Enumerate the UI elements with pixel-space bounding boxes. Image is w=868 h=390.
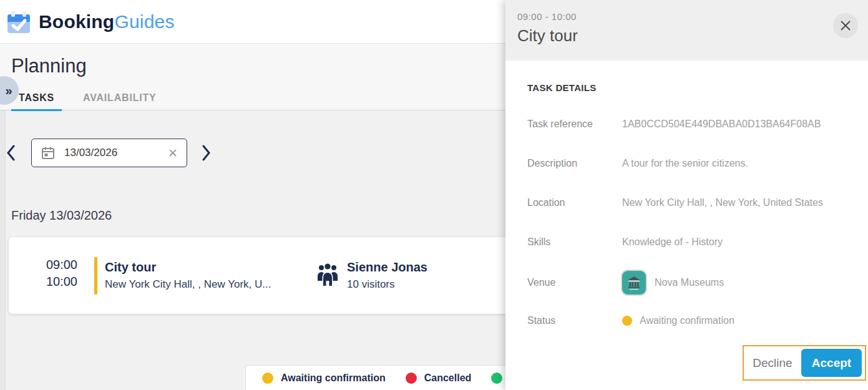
task-time-range: 09:00 10:00	[45, 256, 77, 290]
close-panel-button[interactable]	[833, 13, 858, 38]
legend-label: Cancelled	[424, 373, 472, 384]
close-icon	[839, 19, 852, 32]
calendar-icon	[41, 145, 56, 160]
venue-name: Nova Museums	[655, 277, 724, 288]
selected-date: 13/03/2026	[64, 147, 159, 159]
date-picker-input[interactable]: 13/03/2026 ✕	[31, 139, 187, 167]
assigned-guide-name: Sienne Jonas	[347, 260, 427, 275]
tab-bar: TASKS AVAILABILITY	[11, 92, 164, 110]
chevron-left-icon	[6, 144, 16, 162]
detail-row-status: Status Awaiting confirmation	[527, 315, 856, 326]
skills-value: Knowledge of - History	[622, 236, 723, 248]
next-day-button[interactable]	[196, 139, 217, 167]
detail-row-skills: Skills Knowledge of - History	[527, 236, 856, 248]
status-chip: Awaiting confirmation	[622, 315, 734, 326]
brand-name: BookingGuides	[39, 11, 175, 32]
brand-light: Guides	[114, 11, 174, 32]
detail-row-location: Location New York City Hall, , New York,…	[527, 197, 856, 208]
chevron-right-icon	[202, 144, 212, 162]
group-icon	[316, 262, 339, 291]
decline-button[interactable]: Decline	[744, 356, 801, 370]
action-buttons-highlight-box: Decline Accept	[743, 345, 866, 381]
panel-header: 09:00 - 10:00 City tour	[505, 0, 868, 61]
task-end-time: 10:00	[45, 273, 77, 290]
detail-label: Skills	[527, 236, 622, 248]
detail-label: Location	[527, 197, 622, 208]
panel-time-range: 09:00 - 10:00	[517, 11, 868, 22]
detail-row-task-reference: Task reference 1AB0CCD504E449DBABA0D13BA…	[527, 119, 856, 130]
status-color-bar	[94, 257, 97, 295]
date-navigation: 13/03/2026 ✕	[0, 139, 217, 167]
status-value: Awaiting confirmation	[640, 315, 734, 326]
task-start-time: 09:00	[45, 256, 77, 273]
double-chevron-right-icon: »	[5, 84, 12, 98]
accept-button[interactable]: Accept	[801, 349, 862, 377]
detail-label: Task reference	[527, 119, 622, 130]
task-details-heading: TASK DETAILS	[527, 82, 597, 93]
panel-task-title: City tour	[517, 26, 868, 46]
confirmed-dot	[491, 373, 502, 384]
planning-screen: BookingGuides Planning TASKS AVAILABILIT…	[0, 0, 868, 390]
cancelled-dot	[406, 373, 417, 384]
detail-label: Status	[527, 315, 622, 326]
task-reference-value: 1AB0CCD504E449DBABA0D13BA64F08AB	[622, 119, 821, 130]
detail-row-venue: Venue Nova Museums	[527, 271, 856, 295]
page-title: Planning	[11, 55, 87, 77]
detail-label: Venue	[527, 277, 622, 288]
previous-day-button[interactable]	[0, 139, 21, 167]
tab-availability[interactable]: AVAILABILITY	[76, 92, 163, 110]
task-detail-panel: 09:00 - 10:00 City tour TASK DETAILS Tas…	[505, 0, 868, 390]
location-value: New York City Hall, , New York, United S…	[622, 197, 823, 208]
awaiting-status-dot	[622, 316, 632, 326]
tab-tasks[interactable]: TASKS	[11, 92, 62, 110]
task-location: New York City Hall, , New York, U...	[105, 278, 271, 291]
awaiting-confirmation-dot	[262, 373, 273, 384]
detail-row-description: Description A tour for the senior citize…	[527, 158, 856, 169]
day-group-header: Friday 13/03/2026	[11, 208, 112, 223]
app-logo: BookingGuides	[0, 9, 175, 34]
brand-bold: Booking	[39, 11, 114, 32]
clear-date-icon[interactable]: ✕	[168, 147, 178, 159]
calendar-check-logo-icon	[6, 9, 31, 34]
description-value: A tour for the senior citizens.	[622, 158, 748, 169]
detail-label: Description	[527, 158, 622, 169]
visitor-count: 10 visitors	[347, 278, 395, 291]
task-title: City tour	[105, 260, 156, 275]
legend-item-cancelled: Cancelled	[406, 373, 472, 384]
legend-label: Awaiting confirmation	[281, 373, 386, 384]
venue-museum-icon	[622, 271, 646, 295]
venue-chip: Nova Museums	[622, 271, 724, 295]
legend-item-awaiting: Awaiting confirmation	[262, 373, 386, 384]
